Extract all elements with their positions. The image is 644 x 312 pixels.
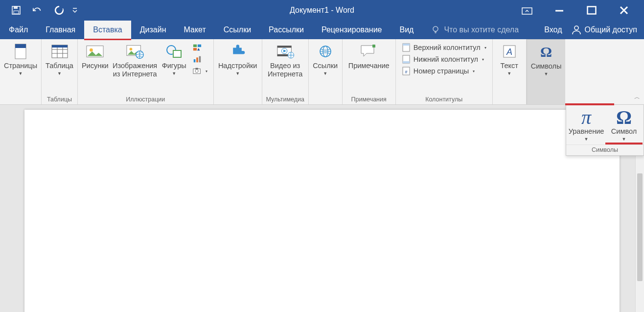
group-symbols: Ω Символы ▼ <box>527 39 566 104</box>
svg-rect-48 <box>403 44 410 46</box>
links-button[interactable]: Ссылки ▼ <box>311 41 340 77</box>
tab-file[interactable]: Файл <box>0 21 37 39</box>
footer-label: Нижний колонтитул <box>414 55 478 63</box>
tab-layout[interactable]: Макет <box>175 21 215 39</box>
online-picture-icon <box>126 42 144 61</box>
window-title: Документ1 - Word <box>290 6 354 15</box>
text-button[interactable]: A Текст ▼ <box>495 41 524 77</box>
svg-point-22 <box>90 48 93 52</box>
header-button[interactable]: Верхний колонтитул ▾ <box>400 42 488 53</box>
window-controls <box>521 4 644 17</box>
chart-button[interactable] <box>191 54 209 65</box>
chevron-down-icon: ▼ <box>57 71 62 76</box>
svg-rect-4 <box>522 8 532 14</box>
close-icon[interactable] <box>618 4 630 17</box>
table-button[interactable]: Таблица ▼ <box>44 41 75 77</box>
maximize-icon[interactable] <box>585 4 598 17</box>
svg-rect-2 <box>14 11 19 14</box>
comment-label: Примечание <box>348 62 390 70</box>
ribbon-display-options-icon[interactable] <box>521 4 533 17</box>
save-icon[interactable] <box>11 5 22 16</box>
tell-me-placeholder: Что вы хотите сдела <box>444 25 519 34</box>
chevron-down-icon: ▼ <box>323 71 327 76</box>
tab-home[interactable]: Главная <box>37 21 84 39</box>
chevron-down-icon: ▾ <box>484 46 486 50</box>
group-illustrations: Рисунки Изображения из Интернета Фигуры … <box>78 39 214 104</box>
popup-group-label: Символы <box>566 144 644 155</box>
redo-icon[interactable] <box>54 5 65 16</box>
omega-icon: Ω <box>616 108 632 127</box>
minimize-icon[interactable] <box>553 4 566 17</box>
chevron-down-icon: ▾ <box>206 69 207 73</box>
equation-button[interactable]: π Уравнение ▼ <box>567 107 605 143</box>
group-links: Ссылки ▼ <box>309 39 343 104</box>
footer-button[interactable]: Нижний колонтитул ▾ <box>400 54 488 65</box>
tell-me-search[interactable]: Что вы хотите сдела <box>422 21 539 39</box>
hyperlink-icon <box>316 42 335 61</box>
pictures-label: Рисунки <box>82 62 109 70</box>
tab-insert[interactable]: Вставка <box>84 21 131 39</box>
active-tab-underline <box>84 39 131 40</box>
pictures-button[interactable]: Рисунки <box>80 41 111 71</box>
symbol-button[interactable]: Ω Символ ▼ <box>605 107 643 143</box>
tab-mailings[interactable]: Рассылки <box>260 21 313 39</box>
pages-label: Страницы <box>4 62 37 70</box>
tab-design[interactable]: Дизайн <box>131 21 175 39</box>
lightbulb-icon <box>431 25 440 34</box>
svg-rect-32 <box>196 57 198 62</box>
links-label: Ссылки <box>313 62 338 70</box>
document-area <box>0 105 644 312</box>
shapes-button[interactable]: Фигуры ▼ <box>160 41 189 77</box>
tab-label: Дизайн <box>140 25 166 34</box>
svg-rect-1 <box>14 6 18 9</box>
smartart-icon <box>193 43 202 52</box>
signin-link[interactable]: Вход <box>544 25 568 34</box>
svg-point-24 <box>129 48 132 50</box>
chevron-down-icon: ▼ <box>507 71 511 76</box>
smartart-button[interactable] <box>191 42 209 53</box>
group-label: Мультимедиа <box>264 95 306 104</box>
chevron-down-icon: ▼ <box>622 137 626 142</box>
online-video-button[interactable]: Видео из Интернета <box>264 41 306 79</box>
group-label: Колонтитулы <box>398 95 490 104</box>
group-media: Видео из Интернета Мультимедиа <box>262 39 309 104</box>
shapes-label: Фигуры <box>162 62 186 70</box>
tab-label: Файл <box>9 25 28 34</box>
document-page[interactable] <box>24 110 620 312</box>
chevron-down-icon: ▼ <box>584 137 589 142</box>
group-comments: Примечание Примечания <box>343 39 396 104</box>
svg-rect-50 <box>403 61 410 63</box>
group-label: Таблицы <box>44 95 75 104</box>
pages-button[interactable]: Страницы ▼ <box>2 41 39 77</box>
group-label: Примечания <box>345 95 393 104</box>
chart-icon <box>193 55 202 64</box>
screenshot-button[interactable]: ▾ <box>191 66 209 76</box>
tab-label: Вид <box>399 25 414 34</box>
symbols-button[interactable]: Ω Символы ▼ <box>529 42 564 77</box>
online-pictures-button[interactable]: Изображения из Интернета <box>111 41 160 79</box>
svg-rect-6 <box>588 7 596 14</box>
tab-references[interactable]: Ссылки <box>215 21 260 39</box>
svg-point-12 <box>575 26 578 30</box>
page-icon <box>11 42 30 61</box>
group-text: A Текст ▼ <box>493 39 527 104</box>
account-area: Вход Общий доступ <box>539 21 644 39</box>
share-button[interactable]: Общий доступ <box>571 24 638 35</box>
tab-label: Рассылки <box>269 25 304 34</box>
undo-icon[interactable] <box>32 5 43 16</box>
header-label: Верхний колонтитул <box>414 44 481 51</box>
page-number-button[interactable]: # Номер страницы ▾ <box>400 66 488 76</box>
svg-rect-20 <box>52 45 68 48</box>
chevron-down-icon: ▾ <box>473 69 475 73</box>
tab-review[interactable]: Рецензирование <box>313 21 391 39</box>
tab-label: Вставка <box>93 25 122 34</box>
tab-view[interactable]: Вид <box>391 21 422 39</box>
collapse-ribbon-icon[interactable]: ︿ <box>634 93 640 101</box>
svg-rect-33 <box>199 56 201 63</box>
table-icon <box>50 42 69 61</box>
comment-button[interactable]: Примечание <box>345 41 393 71</box>
table-label: Таблица <box>46 62 73 70</box>
scrollbar-thumb[interactable] <box>637 173 643 281</box>
addins-button[interactable]: Надстройки ▼ <box>216 41 260 77</box>
qat-customize-icon[interactable] <box>72 5 77 16</box>
